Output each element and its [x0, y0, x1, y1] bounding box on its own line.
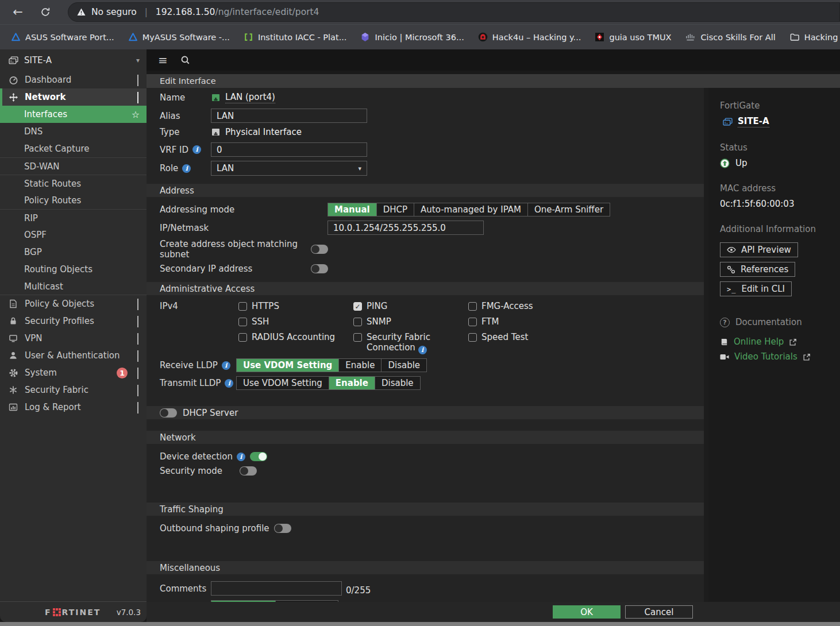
info-icon[interactable] [222, 361, 230, 370]
bookmark-tmux[interactable]: guia uso TMUX [589, 29, 676, 45]
sidebar-item-network[interactable]: Network [0, 88, 147, 106]
info-icon[interactable] [192, 145, 201, 154]
not-secure-warning-icon[interactable] [76, 7, 86, 17]
bookmark-hacking-folder[interactable]: Hacking [784, 29, 840, 45]
checkbox-fmg-access[interactable]: FMG-Access [468, 301, 583, 311]
video-tutorials-link[interactable]: Video Tutorials [720, 351, 840, 362]
references-button[interactable]: References [720, 262, 795, 277]
fortinet-o-icon [53, 608, 61, 616]
traffic-shaping-section-header: Traffic Shaping [147, 503, 704, 516]
checkbox-snmp[interactable]: SNMP [353, 316, 468, 327]
vdom-name: SITE-A [24, 55, 52, 65]
chevron-right-icon [137, 402, 138, 412]
sidebar-item-multicast[interactable]: Multicast [0, 278, 147, 295]
info-icon[interactable] [225, 379, 233, 388]
ip-netmask-input[interactable] [327, 221, 484, 235]
addressing-mode-sniffer[interactable]: One-Arm Sniffer [528, 203, 610, 216]
sidebar-item-policy-routes[interactable]: Policy Routes [0, 192, 147, 209]
transmit-lldp-disable[interactable]: Disable [375, 377, 420, 389]
sidebar-item-packet-capture[interactable]: Packet Capture [0, 140, 147, 157]
role-select[interactable]: LAN ▾ [211, 161, 367, 176]
fortigate-device-icon [722, 117, 733, 127]
ok-button[interactable]: OK [553, 605, 621, 619]
link-icon [727, 265, 735, 274]
transmit-lldp-vdom[interactable]: Use VDOM Setting [237, 377, 329, 389]
external-link-icon [803, 353, 811, 361]
bookmark-asus-software[interactable]: ASUS Software Port... [6, 29, 120, 45]
system-notification-badge: 1 [117, 368, 128, 378]
external-link-icon [789, 338, 797, 346]
video-camera-icon [720, 353, 729, 361]
device-detection-toggle[interactable] [250, 452, 267, 461]
star-icon[interactable]: ☆ [132, 109, 140, 120]
interface-name-value[interactable]: LAN (port4) [225, 92, 275, 103]
sidebar-item-security-fabric[interactable]: Security Fabric [0, 381, 147, 399]
addressing-mode-manual[interactable]: Manual [328, 203, 377, 216]
sidebar-item-ospf[interactable]: OSPF [0, 226, 147, 244]
sidebar-item-security-profiles[interactable]: Security Profiles [0, 312, 147, 330]
transmit-lldp-segmented: Use VDOM Setting Enable Disable [236, 376, 421, 390]
checkbox-speed-test[interactable]: Speed Test [468, 332, 583, 354]
api-preview-button[interactable]: API Preview [720, 242, 798, 257]
search-icon[interactable] [180, 55, 190, 65]
sidebar-item-vpn[interactable]: VPN [0, 330, 147, 347]
comments-textarea[interactable] [211, 581, 342, 596]
sidebar-item-rip[interactable]: RIP [0, 209, 147, 226]
sidebar-item-sd-wan[interactable]: SD-WAN [0, 157, 147, 175]
addressing-mode-dhcp[interactable]: DHCP [377, 203, 414, 216]
vdom-selector[interactable]: SITE-A ▾ [0, 49, 147, 71]
sidebar-item-system[interactable]: System 1 [0, 364, 147, 381]
info-icon[interactable] [418, 346, 427, 354]
addressing-mode-ipam[interactable]: Auto-managed by IPAM [414, 203, 528, 216]
info-icon[interactable] [182, 164, 191, 173]
alias-input[interactable] [211, 109, 367, 123]
cancel-button[interactable]: Cancel [625, 605, 693, 619]
sidebar-item-dashboard[interactable]: Dashboard [0, 71, 147, 88]
edit-interface-form: Name LAN (port4) Alias Type Physical Int… [147, 88, 708, 602]
sidebar-item-static-routes[interactable]: Static Routes [0, 175, 147, 192]
name-label: Name [160, 92, 211, 103]
device-name-link[interactable]: SITE-A [738, 116, 769, 127]
dhcp-server-toggle[interactable] [160, 408, 177, 418]
secondary-ip-label: Secondary IP address [160, 264, 311, 274]
sidebar-item-policy-objects[interactable]: Policy & Objects [0, 295, 147, 312]
outbound-shaping-toggle[interactable] [274, 524, 291, 533]
online-help-link[interactable]: Online Help [720, 337, 840, 347]
bookmark-microsoft365[interactable]: Inicio | Microsoft 36... [355, 29, 469, 45]
sidebar-item-log-report[interactable]: Log & Report [0, 399, 147, 416]
sidebar-item-interfaces[interactable]: Interfaces ☆ [0, 106, 147, 123]
bookmark-iacc[interactable]: Instituto IACC - Plat... [238, 29, 352, 45]
secondary-ip-toggle[interactable] [311, 264, 328, 273]
checkbox-radius-accounting[interactable]: RADIUS Accounting [238, 332, 353, 354]
create-address-object-toggle[interactable] [311, 245, 328, 254]
sidebar-item-dns[interactable]: DNS [0, 123, 147, 140]
checkbox-ftm[interactable]: FTM [468, 316, 583, 327]
vrf-id-input[interactable] [211, 142, 367, 157]
additional-info-heading: Additional Information [720, 224, 840, 234]
receive-lldp-vdom[interactable]: Use VDOM Setting [237, 359, 339, 372]
back-button[interactable]: ← [8, 2, 28, 22]
checkbox-security-fabric-connection[interactable]: Security Fabric Connection [353, 332, 468, 354]
monitor-icon [8, 334, 18, 343]
bookmark-hack4u[interactable]: Hack4u – Hacking y... [473, 29, 587, 45]
checkbox-ssh[interactable]: SSH [238, 316, 353, 327]
sidebar-item-bgp[interactable]: BGP [0, 244, 147, 261]
checkbox-https[interactable]: HTTPS [238, 301, 353, 311]
security-mode-toggle[interactable] [240, 466, 257, 476]
reload-button[interactable] [36, 2, 55, 22]
bookmark-cisco[interactable]: Cisco Skills For All [680, 29, 780, 45]
sidebar-item-user-authentication[interactable]: User & Authentication [0, 347, 147, 364]
receive-lldp-disable[interactable]: Disable [382, 359, 426, 372]
edit-in-cli-button[interactable]: Edit in CLI [720, 281, 792, 296]
cisco-logo-icon [685, 32, 696, 42]
status-heading: Status [720, 142, 840, 153]
checkbox-ping[interactable]: PING [353, 301, 468, 311]
receive-lldp-enable[interactable]: Enable [339, 359, 382, 372]
bookmark-myasus[interactable]: MyASUS Software -... [123, 29, 235, 45]
sidebar-item-routing-objects[interactable]: Routing Objects [0, 261, 147, 278]
transmit-lldp-enable[interactable]: Enable [329, 377, 375, 389]
info-icon[interactable] [237, 453, 245, 461]
address-bar[interactable]: No seguro | 192.168.1.50/ng/interface/ed… [68, 2, 840, 22]
app-toolbar: ≡ [147, 49, 840, 71]
hamburger-menu-icon[interactable]: ≡ [158, 53, 168, 67]
